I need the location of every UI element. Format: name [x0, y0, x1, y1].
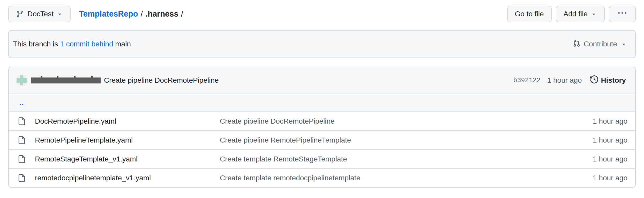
add-file-button[interactable]: Add file: [556, 6, 605, 22]
more-options-button[interactable]: [609, 6, 636, 22]
parent-directory-row[interactable]: ..: [9, 94, 635, 111]
toolbar-actions: Go to file Add file: [507, 6, 636, 22]
branch-status-banner: This branch is 1 commit behind main. Con…: [8, 30, 636, 58]
chevron-down-icon: [57, 11, 63, 17]
branch-status-prefix: This branch is: [13, 40, 60, 48]
file-commit-time: 1 hour ago: [593, 174, 635, 182]
file-name-cell: RemoteStageTemplate_v1.yaml: [9, 155, 220, 163]
breadcrumb-trailing-separator: /: [181, 9, 183, 18]
branch-status-text: This branch is 1 commit behind main.: [13, 40, 133, 48]
file-name-link[interactable]: remotedocpipelinetemplate_v1.yaml: [35, 174, 151, 182]
file-commit-message-link[interactable]: Create pipeline RemotePipelineTemplate: [220, 136, 351, 144]
go-to-file-button[interactable]: Go to file: [507, 6, 552, 22]
commit-author-redacted: [31, 77, 101, 83]
table-row[interactable]: RemoteStageTemplate_v1.yaml Create templ…: [9, 149, 635, 168]
history-button[interactable]: History: [589, 75, 627, 86]
file-commit-message-link[interactable]: Create template RemoteStageTemplate: [220, 155, 347, 163]
file-name-cell: RemotePipelineTemplate.yaml: [9, 136, 220, 144]
chevron-down-icon: [621, 41, 627, 47]
git-branch-icon: [16, 10, 24, 18]
file-commit-message-cell: Create template RemoteStageTemplate: [220, 155, 593, 163]
latest-commit-message[interactable]: Create pipeline DocRemotePipeline: [104, 76, 219, 84]
breadcrumb-current-dir: .harness: [145, 9, 178, 18]
file-name-cell: remotedocpipelinetemplate_v1.yaml: [9, 174, 220, 182]
file-commit-message-cell: Create template remotedocpipelinetemplat…: [220, 174, 593, 182]
file-commit-time: 1 hour ago: [593, 155, 635, 163]
latest-commit-meta: b392122 1 hour ago History: [513, 75, 627, 86]
file-icon: [18, 117, 25, 125]
commit-author-avatar[interactable]: [16, 74, 28, 87]
file-icon: [18, 174, 25, 182]
commit-hash-link[interactable]: b392122: [513, 77, 541, 84]
branch-selector-button[interactable]: DocTest: [8, 6, 71, 22]
history-label: History: [601, 76, 626, 84]
file-commit-time: 1 hour ago: [593, 136, 635, 144]
table-row[interactable]: remotedocpipelinetemplate_v1.yaml Create…: [9, 168, 635, 187]
add-file-label: Add file: [564, 10, 588, 18]
breadcrumb: TemplatesRepo/.harness/: [79, 9, 186, 19]
parent-directory-link[interactable]: ..: [19, 101, 24, 105]
avatar-plus-shape: [20, 75, 23, 86]
file-icon: [18, 155, 25, 163]
latest-commit-bar: Create pipeline DocRemotePipeline b39212…: [9, 67, 635, 94]
kebab-horizontal-icon: [618, 9, 626, 19]
file-list-container: Create pipeline DocRemotePipeline b39212…: [8, 67, 636, 188]
contribute-label: Contribute: [584, 40, 617, 48]
branch-name-label: DocTest: [27, 10, 54, 18]
file-name-link[interactable]: RemotePipelineTemplate.yaml: [35, 136, 133, 144]
repo-file-browser: DocTest TemplatesRepo/.harness/ Go to fi…: [0, 0, 644, 188]
breadcrumb-separator: /: [141, 9, 143, 18]
file-commit-time: 1 hour ago: [593, 117, 635, 125]
contribute-button[interactable]: Contribute: [571, 39, 628, 49]
commits-behind-link[interactable]: 1 commit behind: [60, 40, 113, 48]
file-name-link[interactable]: DocRemotePipeline.yaml: [35, 117, 116, 125]
repo-toolbar: DocTest TemplatesRepo/.harness/ Go to fi…: [8, 6, 636, 22]
breadcrumb-repo-link[interactable]: TemplatesRepo: [79, 9, 138, 18]
table-row[interactable]: DocRemotePipeline.yaml Create pipeline D…: [9, 111, 635, 130]
chevron-down-icon: [591, 11, 597, 17]
file-name-cell: DocRemotePipeline.yaml: [9, 117, 220, 125]
file-commit-message-cell: Create pipeline RemotePipelineTemplate: [220, 136, 593, 144]
table-row[interactable]: RemotePipelineTemplate.yaml Create pipel…: [9, 130, 635, 149]
file-commit-message-link[interactable]: Create template remotedocpipelinetemplat…: [220, 174, 360, 182]
file-commit-message-cell: Create pipeline DocRemotePipeline: [220, 117, 593, 125]
file-commit-message-link[interactable]: Create pipeline DocRemotePipeline: [220, 117, 335, 125]
git-compare-icon: [573, 39, 581, 49]
file-name-link[interactable]: RemoteStageTemplate_v1.yaml: [35, 155, 138, 163]
commit-time: 1 hour ago: [547, 76, 582, 84]
file-icon: [18, 136, 25, 144]
history-clock-icon: [590, 75, 598, 85]
branch-status-suffix: main.: [113, 40, 133, 48]
